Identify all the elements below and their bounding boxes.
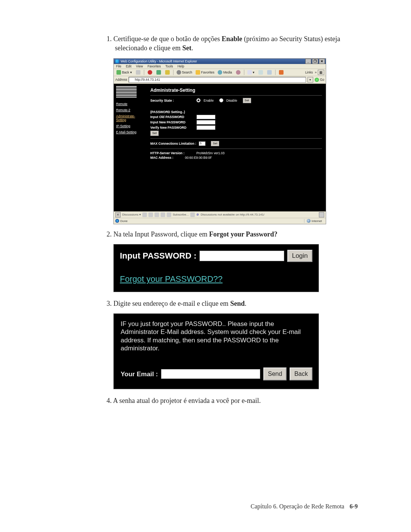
search-button[interactable]: Search <box>175 70 193 75</box>
ie-page-icon <box>130 78 134 81</box>
new-password-input[interactable] <box>196 120 215 125</box>
address-label: Address <box>115 78 127 81</box>
page-number: 6-9 <box>350 503 358 510</box>
address-input[interactable]: http://9.44.73.141 <box>129 77 306 83</box>
discussion-close-button[interactable]: ✕ <box>115 212 121 217</box>
forgot-message: IF you just forgot your PASSWORD.. Pleas… <box>121 320 312 352</box>
search-icon <box>177 70 181 75</box>
minimize-button[interactable]: _ <box>305 59 311 64</box>
discuss-icon-1[interactable] <box>142 212 147 217</box>
password-set-button[interactable]: Set <box>150 131 159 136</box>
forward-button[interactable] <box>134 70 142 75</box>
close-button[interactable]: ✕ <box>319 59 325 64</box>
messenger-icon <box>279 70 284 75</box>
ie-content: Remote Remote-2 Administrate-Setting IP-… <box>114 84 326 211</box>
login-button[interactable]: Login <box>287 250 312 262</box>
stop-button[interactable] <box>146 70 154 75</box>
messenger-button[interactable] <box>277 70 285 75</box>
menu-favorites[interactable]: Favorites <box>148 64 161 68</box>
security-disable-radio[interactable] <box>219 98 223 102</box>
discuss-icon-5[interactable] <box>167 212 171 217</box>
home-icon <box>165 70 170 75</box>
step-4-text: A senha atual do projetor é enviada a vo… <box>113 397 261 404</box>
mail-button[interactable]: ▾ <box>246 70 256 75</box>
menu-file[interactable]: File <box>116 64 121 68</box>
discussions-menu[interactable]: Discussions ▾ <box>122 213 141 216</box>
step-2-text: Na tela Input Password, clique em <box>113 230 209 238</box>
discussion-options-button[interactable] <box>319 212 324 217</box>
favorites-button[interactable]: Favorites <box>194 70 215 75</box>
mail-icon <box>247 70 252 75</box>
sidebar-item-remote-2[interactable]: Remote-2 <box>116 108 144 112</box>
step-2: 2. Na tela Input Password, clique em For… <box>107 230 358 239</box>
verify-password-input[interactable] <box>196 125 215 130</box>
globe-icon <box>307 219 311 223</box>
media-button[interactable]: Media <box>217 70 233 75</box>
sidebar-item-administrate-setting[interactable]: Administrate-Setting <box>116 114 144 122</box>
mac-address-label: MAC Address : <box>150 156 183 160</box>
input-password-label: Input PASSWORD : <box>120 251 196 261</box>
maximize-button[interactable]: ❐ <box>312 59 318 64</box>
links-dropdown[interactable]: ▦ <box>318 70 324 75</box>
ie-menubar: File Edit View Favorites Tools Help <box>114 64 326 69</box>
ie-title-text: Web Configuration Utility - Microsoft In… <box>121 59 197 63</box>
print-icon <box>258 70 263 75</box>
step-1-text-c: . <box>191 44 193 52</box>
enable-label: Enable <box>204 99 213 102</box>
print-button[interactable] <box>257 70 264 75</box>
history-button[interactable] <box>234 70 242 75</box>
discuss-icon-2[interactable] <box>148 212 153 217</box>
home-button[interactable] <box>164 70 171 75</box>
go-button[interactable]: Go <box>315 78 324 82</box>
page-heading: Administrate-Setting <box>150 88 322 93</box>
back-button[interactable]: Back <box>290 367 312 380</box>
divider <box>150 138 322 139</box>
subscribe-link[interactable]: Subscribe... <box>173 213 189 216</box>
menu-view[interactable]: View <box>136 64 143 68</box>
address-value: http://9.44.73.141 <box>135 78 160 81</box>
discuss-icon-4[interactable] <box>161 212 165 217</box>
status-done: Done <box>120 219 127 223</box>
ie-status-bar: Done Internet <box>114 218 326 224</box>
password-setting-label: (PASSWORD Setting..) <box>150 110 194 114</box>
http-version-value: ProWebSrv ver1.03 <box>196 151 225 155</box>
security-zone: Internet <box>304 219 324 223</box>
menu-help[interactable]: Help <box>177 64 184 68</box>
ie-status-icon <box>115 219 119 223</box>
menu-tools[interactable]: Tools <box>166 64 173 68</box>
forward-icon <box>136 70 140 75</box>
refresh-button[interactable] <box>155 70 162 75</box>
refresh-icon <box>156 70 161 75</box>
sidebar-item-ip-setting[interactable]: IP-Setting <box>116 124 144 128</box>
old-password-input[interactable] <box>196 115 215 119</box>
ibm-logo <box>116 86 137 97</box>
step-1-text-a: Certifique-se de que o botão de opções <box>113 35 221 43</box>
step-3: 3. Digite seu endereço de e-mail e cliqu… <box>107 299 358 308</box>
menu-edit[interactable]: Edit <box>126 64 132 68</box>
edit-button[interactable] <box>266 70 273 75</box>
back-icon <box>116 70 121 75</box>
max-conn-set-button[interactable]: Set <box>211 141 219 146</box>
discuss-icon-6[interactable] <box>190 212 195 217</box>
password-input[interactable] <box>199 251 284 261</box>
history-icon <box>236 70 241 75</box>
chapter-label: Capítulo 6. Operação de Rede Remota <box>251 503 344 510</box>
verify-password-label: Verify New PASSWORD <box>150 126 194 129</box>
sidebar-item-remote[interactable]: Remote <box>116 102 144 106</box>
screenshot-login-box: Input PASSWORD : Login Forgot your PASSW… <box>113 244 319 292</box>
send-button[interactable]: Send <box>263 367 287 380</box>
forgot-password-link[interactable]: Forgot your PASSWORD?? <box>120 274 223 284</box>
back-button[interactable]: Back ▾ <box>115 70 133 75</box>
security-set-button[interactable]: Set <box>243 98 251 103</box>
email-input[interactable] <box>161 369 260 379</box>
http-version-label: HTTP-Server Version : <box>150 151 194 155</box>
security-enable-radio[interactable] <box>196 98 201 102</box>
old-password-label: Input Old PASSWORD <box>150 115 194 119</box>
discuss-icon-3[interactable] <box>155 212 159 217</box>
address-dropdown[interactable]: ▾ <box>307 77 313 83</box>
ie-logo-icon <box>115 59 119 63</box>
max-conn-input[interactable]: 5 <box>199 141 206 146</box>
ie-discussion-bar: ✕ Discussions ▾ Subscribe... ⊘ Discussio… <box>114 211 326 218</box>
sidebar-item-e-mail-setting[interactable]: E-Mail-Setting <box>116 130 144 134</box>
new-password-label: Input New PASSWORD <box>150 120 194 124</box>
